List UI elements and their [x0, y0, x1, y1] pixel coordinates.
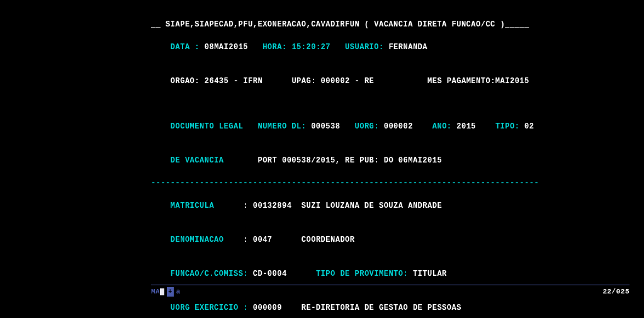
orgao-label: ORGAO: [171, 77, 200, 86]
uorg-ex-desc: RE-DIRETORIA DE GESTAO DE PESSOAS [302, 304, 461, 312]
doc-uorg-label: UORG: [355, 122, 380, 131]
plus-icon: + [167, 287, 174, 297]
uorg-ex-label: UORG EXERCICIO : [171, 304, 248, 312]
matricula-num: 00132894 [253, 202, 292, 210]
vac-value: PORT 000538/2015, RE PUB: DO 06MAI2015 [257, 156, 442, 165]
usuario-value: FERNANDA [388, 43, 427, 52]
tipo-value: 02 [524, 122, 534, 131]
status-bar: MA+a 22/025 [151, 285, 630, 297]
status-ma: MA [151, 288, 160, 295]
doc-line2: DE VACANCIA PORT 000538/2015, RE PUB: DO… [151, 144, 642, 178]
doc-uorg-value: 000002 [384, 122, 413, 131]
funcao-label: FUNCAO/C.COMISS: [171, 270, 248, 278]
denom-desc: COORDENADOR [302, 236, 355, 244]
matricula-nome: SUZI LOUZANA DE SOUZA ANDRADE [302, 202, 442, 210]
denom-code: 0047 [253, 236, 273, 244]
numero-label: NUMERO DL: [257, 122, 306, 131]
tipo-prov-value: TITULAR [413, 270, 447, 278]
orgao-value: 26435 - IFRN [205, 77, 263, 86]
denom-line: DENOMINACAO : 0047 COORDENADOR [151, 223, 642, 257]
usuario-label: USUARIO: [345, 43, 384, 52]
matricula-label: MATRICULA [171, 202, 214, 210]
mes-pag-label: MES PAGAMENTO: [427, 77, 495, 86]
header-path: __ SIAPE,SIAPECAD,PFU,EXONERACAO,CAVADIR… [151, 19, 642, 30]
ano-label: ANO: [432, 122, 452, 131]
matricula-line: MATRICULA : 00132894 SUZI LOUZANA DE SOU… [151, 189, 642, 223]
uorg-ex-code: 000009 [253, 304, 282, 312]
status-a: a [176, 288, 181, 295]
tipo-prov-label: TIPO DE PROVIMENTO: [316, 270, 408, 278]
tipo-label: TIPO: [495, 122, 520, 131]
hora-value: 15:20:27 [291, 43, 330, 52]
doc-legal-label: DOCUMENTO LEGAL [171, 122, 244, 131]
upag-value: 000002 - RE [321, 77, 375, 86]
upag-label: UPAG: [291, 77, 316, 86]
funcao-value: CD-0004 [253, 270, 287, 278]
denom-label: DENOMINACAO [171, 236, 224, 244]
doc-line1: DOCUMENTO LEGAL NUMERO DL: 000538 UORG: … [151, 110, 642, 144]
status-cursor-pos: 22/025 [602, 287, 630, 297]
cursor-icon [160, 288, 164, 295]
divider-1: ----------------------------------------… [151, 178, 642, 189]
numero-value: 000538 [311, 122, 340, 131]
terminal-screen: __ SIAPE,SIAPECAD,PFU,EXONERACAO,CAVADIR… [151, 19, 642, 318]
header-line2: ORGAO: 26435 - IFRN UPAG: 000002 - RE ME… [151, 64, 642, 98]
data-value: 08MAI2015 [205, 43, 248, 52]
vac-label: DE VACANCIA [171, 156, 224, 165]
mes-pag-value: MAI2015 [495, 77, 529, 86]
data-label: DATA : [171, 43, 200, 52]
hora-label: HORA: [263, 43, 287, 52]
ano-value: 2015 [456, 122, 476, 131]
header-line1: DATA : 08MAI2015 HORA: 15:20:27 USUARIO:… [151, 30, 642, 64]
